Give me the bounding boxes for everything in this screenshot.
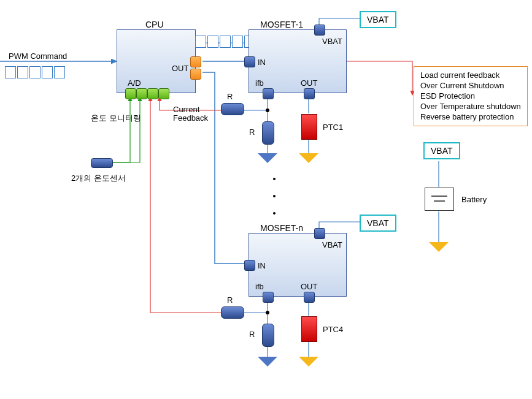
cpu-ad-pin-3	[147, 88, 158, 99]
cpu-ad-pin-1	[125, 88, 136, 99]
dot-icon	[273, 195, 276, 197]
resistor-nb	[262, 324, 274, 347]
feature-line-3: ESD Protection	[420, 91, 521, 102]
mosfet1-vbat-pin	[314, 25, 325, 36]
resistor-na-label: R	[227, 295, 233, 305]
mosfet1-in-label: IN	[258, 58, 266, 67]
mosfetn-ifb-label: ifb	[255, 282, 264, 291]
temp-monitoring-label: 온도 모니터링	[91, 113, 141, 124]
cpu-out-pin-2	[190, 69, 201, 80]
ptc1-icon	[301, 114, 317, 140]
bus-waveform	[195, 36, 256, 48]
resistor-1b	[262, 121, 274, 145]
gnd-nb	[299, 357, 318, 367]
mosfet1-out-label: OUT	[301, 78, 317, 88]
features-box: Load current feedback Over Current Shutd…	[414, 66, 528, 126]
resistor-na	[221, 306, 244, 319]
cpu-ad-pin-2	[136, 88, 147, 99]
feature-line-4: Over Temperature shutdown	[420, 102, 521, 112]
mosfetn-in-pin	[244, 260, 255, 271]
feature-line-1: Load current feedback	[420, 70, 521, 81]
resistor-1a-label: R	[227, 92, 233, 101]
cpu-ad-pin-4	[158, 88, 169, 99]
vbat-box-right: VBAT	[423, 142, 460, 159]
resistor-1a	[221, 103, 244, 115]
feature-line-2: Over Current Shutdown	[420, 81, 521, 91]
diagram-canvas: PWM Command CPU OUT A/D 온도 모니터링 2개의 온도센서…	[0, 0, 532, 399]
gnd-1b	[299, 153, 318, 163]
mosfetn-title: MOSFET-n	[260, 223, 303, 233]
gnd-na	[258, 357, 277, 367]
pwm-command-label: PWM Command	[9, 51, 67, 61]
battery-label: Battery	[461, 195, 487, 204]
temp-sensor-label: 2개의 온도센서	[71, 173, 126, 184]
mosfet1-ifb-pin	[263, 88, 274, 99]
current-feedback-label: Current Feedback	[173, 105, 208, 123]
cpu-out-pin-1	[190, 56, 201, 67]
cpu-ad-label: A/D	[128, 78, 141, 88]
gnd-battery	[429, 242, 449, 252]
cpu-title: CPU	[145, 20, 164, 29]
mosfetn-out-label: OUT	[301, 282, 317, 291]
ptc1-label: PTC1	[323, 123, 343, 132]
mosfet1-vbat-label: VBAT	[322, 37, 342, 46]
resistor-1b-label: R	[249, 127, 255, 137]
mosfet1-ifb-label: ifb	[255, 78, 264, 88]
node-n	[266, 311, 269, 314]
pwm-waveform	[5, 66, 66, 78]
node-1	[266, 108, 269, 112]
vbat-box-2: VBAT	[360, 215, 396, 232]
cpu-out-label: OUT	[172, 64, 188, 73]
dot-icon	[273, 178, 276, 180]
ptc4-label: PTC4	[323, 325, 343, 334]
temp-sensor-icon	[91, 158, 113, 168]
ptc4-icon	[301, 316, 317, 342]
vbat-box-1: VBAT	[360, 11, 396, 28]
mosfetn-vbat-label: VBAT	[322, 240, 342, 249]
battery-icon	[425, 188, 454, 211]
resistor-nb-label: R	[249, 330, 255, 339]
mosfetn-in-label: IN	[258, 261, 266, 270]
mosfetn-ifb-pin	[263, 292, 274, 303]
feature-line-5: Reverse battery protection	[420, 112, 521, 123]
mosfet1-out-pin	[304, 88, 315, 99]
mosfetn-out-pin	[304, 292, 315, 303]
mosfetn-vbat-pin	[314, 228, 325, 239]
mosfet1-title: MOSFET-1	[260, 20, 303, 29]
mosfet1-in-pin	[244, 56, 255, 67]
gnd-1a	[258, 153, 277, 163]
dot-icon	[273, 212, 276, 215]
